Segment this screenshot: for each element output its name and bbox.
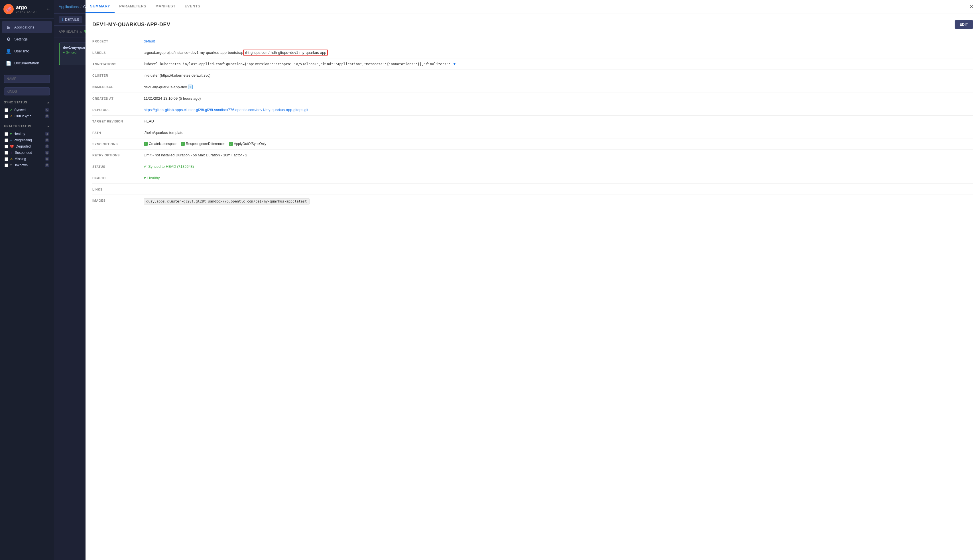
degraded-checkbox[interactable] (5, 145, 8, 148)
retry-options-value: Limit - not installed Duration - 5s Max … (144, 153, 973, 157)
health-status-header[interactable]: HEALTH STATUS ▲ (4, 123, 50, 130)
retry-options-row: RETRY OPTIONS Limit - not installed Dura… (92, 150, 973, 161)
project-link[interactable]: default (144, 39, 155, 43)
logo-version: v2.12.7+4d70c51 (16, 10, 38, 14)
sync-options-label: SYNC OPTIONS (92, 142, 144, 146)
kinds-input[interactable] (4, 87, 50, 95)
sidebar-item-settings[interactable]: ⚙ Settings (2, 33, 52, 45)
sync-status-header[interactable]: SYNC STATUS ▲ (4, 99, 50, 106)
suspended-icon: ⏸ (10, 151, 13, 154)
filter-synced[interactable]: ✔ Synced 5 (4, 107, 50, 113)
filter-missing[interactable]: ⚠ Missing 0 (4, 156, 50, 162)
health-display-label: APP HEALTH (59, 30, 78, 33)
logo-area: 🦑 argo v2.12.7+4d70c51 ← (0, 0, 54, 18)
events-tab-label: EVENTS (185, 4, 200, 8)
suspended-checkbox[interactable] (5, 151, 8, 155)
unknown-label: Unknown (13, 163, 28, 167)
filter-unknown[interactable]: ? Unknown 0 (4, 162, 50, 168)
card-synced-text-1: Synced (66, 51, 77, 54)
expand-annotations-button[interactable]: ▼ (452, 62, 456, 66)
filter-progressing[interactable]: ○ Progressing 0 (4, 137, 50, 143)
sidebar-item-applications[interactable]: ⊞ Applications (2, 22, 52, 33)
panel-tabs: SUMMARY PARAMETERS MANIFEST EVENTS (85, 0, 967, 13)
back-button[interactable]: ← (46, 7, 50, 12)
create-namespace-label: CreateNamespace (149, 142, 177, 146)
sync-status-section: SYNC STATUS ▲ ✔ Synced 5 ⚠ OutOfSync 0 (4, 99, 50, 119)
namespace-value: dev1-my-quarkus-app-dev ⧉ (144, 85, 973, 89)
progressing-count: 0 (45, 138, 49, 142)
unknown-count: 0 (45, 163, 49, 167)
path-row: PATH ./helm/quarkus-template (92, 127, 973, 138)
name-filter-section (4, 74, 50, 83)
path-value: ./helm/quarkus-template (144, 130, 973, 135)
sidebar-item-documentation[interactable]: 📄 Documentation (2, 57, 52, 68)
edit-button[interactable]: EDIT (955, 20, 973, 29)
breadcrumb-applications[interactable]: Applications (59, 5, 78, 9)
copy-namespace-button[interactable]: ⧉ (188, 85, 193, 89)
progressing-label: Progressing (14, 138, 32, 142)
sync-status-display: ✔ Synced to HEAD (7135648) (144, 164, 973, 168)
summary-tab-label: SUMMARY (90, 4, 110, 8)
details-button[interactable]: ℹ DETAILS (59, 16, 82, 23)
synced-checkbox[interactable] (5, 108, 8, 112)
labels-plain-text: argocd.argoproj.io/instance=dev1-my-quar… (144, 50, 243, 55)
sync-option-respect-ignore: ✓ RespectIgnoreDifferences (181, 142, 225, 146)
outofsync-checkbox[interactable] (5, 115, 8, 118)
missing-label: Missing (15, 157, 26, 161)
missing-count: 0 (45, 157, 49, 161)
filter-suspended[interactable]: ⏸ Suspended 0 (4, 150, 50, 156)
outofsync-count: 0 (45, 114, 49, 118)
degraded-label: Degraded (16, 144, 31, 148)
created-at-row: CREATED AT 11/21/2024 13:10:09 (5 hours … (92, 93, 973, 104)
detail-panel: SUMMARY PARAMETERS MANIFEST EVENTS × DEV… (85, 0, 980, 560)
suspended-label: Suspended (15, 151, 32, 155)
status-text: Synced to HEAD (7135648) (148, 164, 194, 168)
status-value: ✔ Synced to HEAD (7135648) (144, 164, 973, 168)
tab-manifest[interactable]: MANIFEST (151, 0, 180, 13)
tab-parameters[interactable]: PARAMETERS (115, 0, 151, 13)
annotations-value: kubectl.kubernetes.io/last-applied-confi… (144, 62, 973, 66)
sync-chevron-icon: ▲ (47, 100, 50, 104)
sync-status-label: SYNC STATUS (4, 100, 27, 104)
namespace-text: dev1-my-quarkus-app-dev (144, 85, 187, 89)
filter-degraded[interactable]: 💔 Degraded 0 (4, 143, 50, 150)
project-label: PROJECT (92, 39, 144, 43)
outofsync-icon: ⚠ (10, 115, 13, 118)
name-input[interactable] (4, 75, 50, 83)
filter-healthy[interactable]: ♥ Healthy 4 (4, 131, 50, 137)
apply-outofsync-label: ApplyOutOfSyncOnly (234, 142, 266, 146)
missing-checkbox[interactable] (5, 157, 8, 161)
healthy-checkbox[interactable] (5, 132, 8, 136)
breadcrumb-separator: / (80, 5, 82, 9)
sync-options-row: SYNC OPTIONS ✓ CreateNamespace ✓ Respect… (92, 138, 973, 150)
annotations-label: ANNOTATIONS (92, 62, 144, 66)
repo-url-label: REPO URL (92, 108, 144, 112)
settings-label: Settings (14, 37, 28, 41)
retry-options-label: RETRY OPTIONS (92, 153, 144, 157)
unknown-icon: ? (10, 163, 12, 167)
breadcrumb: Applications / C (59, 5, 86, 9)
health-label: HEALTH (92, 176, 144, 180)
repo-url-link[interactable]: https://gitlab-gitlab.apps.cluster-gl28t… (144, 108, 308, 112)
tab-summary[interactable]: SUMMARY (85, 0, 115, 13)
panel-app-title: DEV1-MY-QUARKUS-APP-DEV (92, 22, 170, 28)
sync-option-apply-outofsync: ✓ ApplyOutOfSyncOnly (229, 142, 266, 146)
labels-row: LABELS argocd.argoproj.io/instance=dev1-… (92, 47, 973, 58)
close-button[interactable]: × (967, 3, 975, 10)
filter-outofsync[interactable]: ⚠ OutOfSync 0 (4, 113, 50, 119)
progressing-checkbox[interactable] (5, 138, 8, 142)
details-label: DETAILS (65, 18, 79, 22)
path-label: PATH (92, 130, 144, 135)
tab-events[interactable]: EVENTS (180, 0, 205, 13)
health-warning-icon: ⚠ (80, 30, 82, 33)
sidebar-item-user-info[interactable]: 👤 User Info (2, 45, 52, 57)
namespace-label: NAMESPACE (92, 85, 144, 88)
unknown-checkbox[interactable] (5, 163, 8, 167)
outofsync-label: OutOfSync (15, 114, 31, 118)
applications-label: Applications (14, 25, 34, 29)
target-revision-value: HEAD (144, 119, 973, 123)
healthy-icon: ♥ (10, 132, 12, 136)
labels-value: argocd.argoproj.io/instance=dev1-my-quar… (144, 50, 973, 55)
panel-title-row: DEV1-MY-QUARKUS-APP-DEV EDIT (92, 20, 973, 29)
apply-outofsync-checkbox: ✓ (229, 142, 233, 146)
